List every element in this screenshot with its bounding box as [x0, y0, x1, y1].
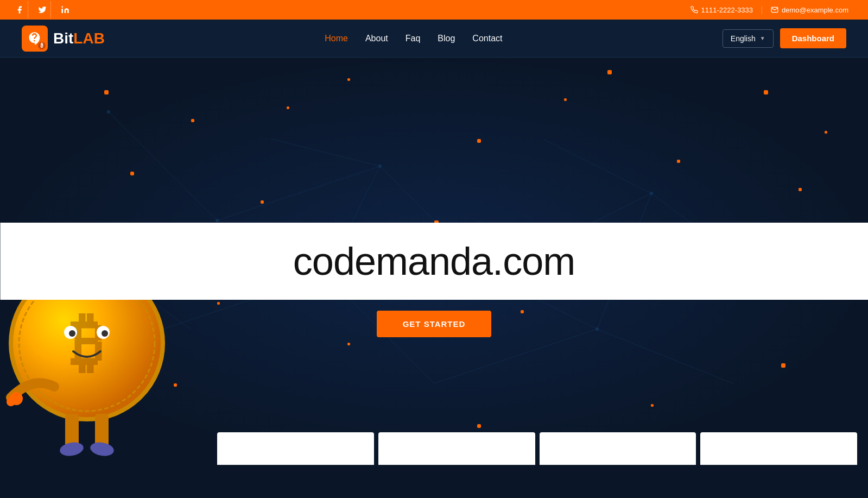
top-bar: 1111-2222-3333 demo@example.com — [0, 0, 868, 20]
language-label: English — [731, 34, 756, 43]
nav-home[interactable]: Home — [325, 34, 348, 43]
bottom-card-4 — [700, 432, 857, 465]
svg-line-8 — [434, 329, 597, 383]
svg-line-9 — [597, 329, 733, 383]
svg-line-11 — [271, 139, 380, 166]
chevron-down-icon: ▼ — [760, 35, 765, 41]
svg-point-21 — [650, 192, 653, 195]
nav-links: Home About Faq Blog Contact — [325, 34, 502, 43]
nav-about[interactable]: About — [365, 34, 388, 43]
svg-point-30 — [102, 330, 108, 337]
svg-line-1 — [109, 112, 217, 220]
language-selector[interactable]: English ▼ — [723, 29, 774, 48]
logo-badge: ₿ — [38, 42, 46, 49]
bottom-card-2 — [378, 432, 535, 465]
svg-point-19 — [378, 165, 382, 168]
logo-icon: ₿ — [22, 26, 48, 52]
bottom-card-3 — [540, 432, 696, 465]
nav-contact[interactable]: Contact — [472, 34, 502, 43]
svg-point-29 — [69, 330, 75, 337]
svg-point-17 — [107, 110, 110, 114]
svg-text:₿: ₿ — [71, 307, 103, 379]
watermark-text: codemanda.com — [293, 239, 575, 283]
navbar: ₿ BitLAB Home About Faq Blog Contact Eng… — [0, 20, 868, 58]
language-button[interactable]: English ▼ — [723, 29, 774, 48]
phone-info: 1111-2222-3333 — [682, 6, 762, 14]
phone-number: 1111-2222-3333 — [701, 6, 753, 14]
hero-section: codemanda.com Wallet as a Service. Send,… — [0, 58, 868, 465]
dashboard-button[interactable]: Dashboard — [780, 28, 846, 48]
linkedin-icon[interactable] — [56, 1, 74, 18]
nav-faq[interactable]: Faq — [406, 34, 421, 43]
svg-line-15 — [543, 139, 651, 193]
svg-point-0 — [61, 6, 63, 8]
twitter-icon[interactable] — [34, 1, 51, 18]
nav-right: English ▼ Dashboard — [723, 28, 846, 48]
logo[interactable]: ₿ BitLAB — [22, 26, 105, 52]
logo-text: BitLAB — [53, 30, 105, 47]
logo-lab: LAB — [73, 30, 105, 47]
facebook-icon[interactable] — [11, 1, 28, 18]
logo-bit: Bit — [53, 30, 73, 47]
bottom-card-1 — [217, 432, 374, 465]
social-links — [11, 1, 74, 18]
watermark-overlay: codemanda.com — [0, 223, 868, 300]
svg-point-36 — [7, 398, 15, 406]
nav-blog[interactable]: Blog — [438, 34, 455, 43]
email-address: demo@example.com — [782, 6, 848, 14]
get-started-button[interactable]: GET STARTED — [377, 311, 492, 337]
svg-point-18 — [216, 219, 219, 222]
email-info: demo@example.com — [762, 6, 857, 14]
contact-details: 1111-2222-3333 demo@example.com — [682, 6, 857, 14]
bottom-cards — [0, 432, 868, 465]
svg-point-23 — [595, 327, 599, 331]
svg-line-2 — [217, 166, 380, 220]
